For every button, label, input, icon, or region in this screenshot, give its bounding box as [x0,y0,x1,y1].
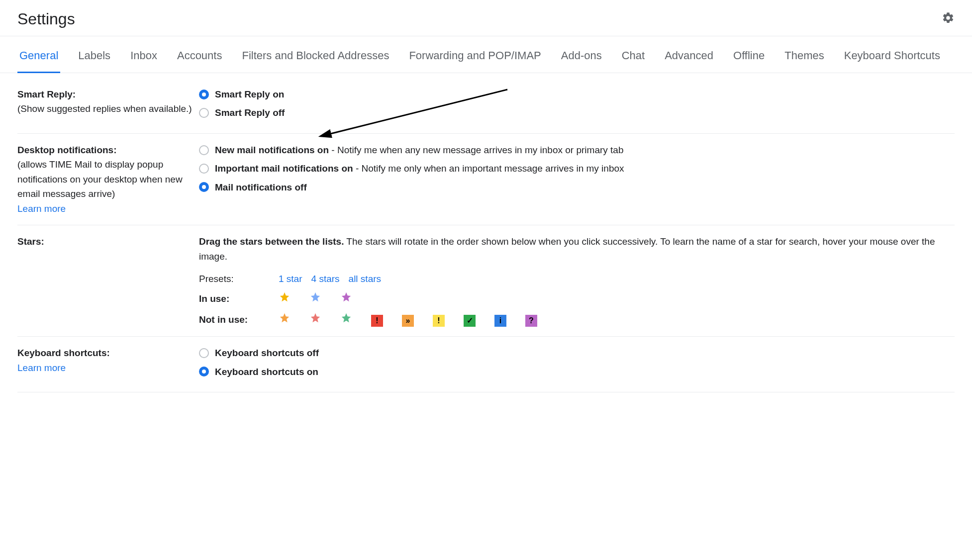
page-title: Settings [17,10,942,28]
smart-reply-title: Smart Reply: [17,89,76,99]
tab-add-ons[interactable]: Add-ons [559,41,604,73]
new-mail-on-desc: - Notify me when any new message arrives… [329,145,623,155]
green-check-icon[interactable]: ✓ [464,315,476,327]
header: Settings [0,0,972,36]
purple-star-icon[interactable] [340,291,352,303]
smart-reply-desc: (Show suggested replies when available.) [17,103,192,114]
important-mail-on-desc: - Notify me only when an important messa… [353,163,624,174]
tab-inbox[interactable]: Inbox [128,41,159,73]
radio-smart-reply-off[interactable] [199,108,209,118]
radio-mail-off[interactable] [199,182,209,192]
section-smart-reply: Smart Reply: (Show suggested replies whe… [17,78,955,134]
yellow-bang-icon[interactable]: ! [433,315,445,327]
tab-filters-and-blocked-addresses[interactable]: Filters and Blocked Addresses [240,41,391,73]
preset-4-stars-link[interactable]: 4 stars [311,272,340,286]
radio-kbd-off[interactable] [199,348,209,358]
tab-keyboard-shortcuts[interactable]: Keyboard Shortcuts [842,41,942,73]
green-star-icon[interactable] [340,312,352,324]
radio-kbd-on[interactable] [199,367,209,376]
tab-labels[interactable]: Labels [76,41,112,73]
desktop-notif-learn-more-link[interactable]: Learn more [17,201,66,216]
section-desktop-notifications: Desktop notifications: (allows TIME Mail… [17,134,955,225]
tab-general[interactable]: General [17,41,60,73]
purple-question-icon[interactable]: ? [525,315,537,327]
desktop-notif-title: Desktop notifications: [17,145,117,155]
blue-star-icon[interactable] [309,291,321,303]
notinuse-label: Not in use: [199,312,279,327]
mail-off-label: Mail notifications off [215,180,307,194]
tab-forwarding-and-pop-imap[interactable]: Forwarding and POP/IMAP [407,41,543,73]
tab-chat[interactable]: Chat [620,41,647,73]
kbd-off-label: Keyboard shortcuts off [215,346,319,360]
tab-accounts[interactable]: Accounts [175,41,224,73]
important-mail-on-label: Important mail notifications on [215,163,353,174]
red-bang-icon[interactable]: ! [371,315,383,327]
tab-themes[interactable]: Themes [782,41,826,73]
red-star-icon[interactable] [309,312,321,324]
stars-intro-lead: Drag the stars between the lists. [199,236,344,247]
radio-new-mail-on[interactable] [199,145,209,155]
settings-tabs: GeneralLabelsInboxAccountsFilters and Bl… [0,36,972,73]
radio-smart-reply-on[interactable] [199,90,209,99]
section-keyboard-shortcuts: Keyboard shortcuts: Learn more Keyboard … [17,337,955,392]
smart-reply-off-label: Smart Reply off [215,105,285,120]
preset-all-stars-link[interactable]: all stars [349,272,381,286]
radio-important-mail-on[interactable] [199,164,209,174]
kbd-on-label: Keyboard shortcuts on [215,365,318,379]
desktop-notif-desc: (allows TIME Mail to display popup notif… [17,159,183,199]
tab-advanced[interactable]: Advanced [663,41,715,73]
tab-offline[interactable]: Offline [731,41,767,73]
kbd-title: Keyboard shortcuts: [17,348,110,358]
new-mail-on-label: New mail notifications on [215,145,329,155]
yellow-star-icon[interactable] [279,291,291,303]
stars-title: Stars: [17,236,44,247]
section-stars: Stars: Drag the stars between the lists.… [17,225,955,337]
inuse-label: In use: [199,291,279,306]
presets-label: Presets: [199,272,279,286]
smart-reply-on-label: Smart Reply on [215,87,284,101]
gear-icon[interactable] [942,11,955,27]
preset-1-star-link[interactable]: 1 star [279,272,302,286]
kbd-learn-more-link[interactable]: Learn more [17,361,66,375]
blue-info-icon[interactable]: i [494,315,506,327]
orange-star-icon[interactable] [279,312,291,324]
orange-guillemet-icon[interactable]: » [402,315,414,327]
